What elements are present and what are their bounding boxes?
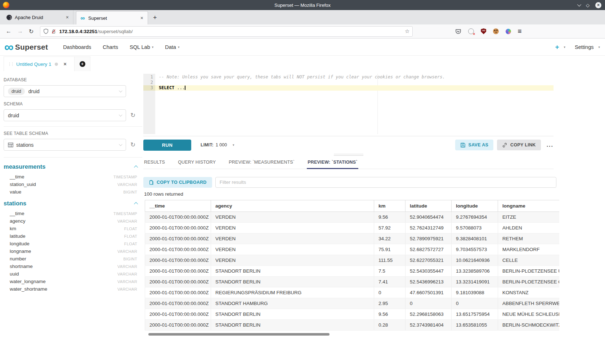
chevron-up-icon[interactable]: [134, 165, 138, 169]
sql-editor[interactable]: 1 2 3 -- Note: Unless you save your quer…: [143, 74, 554, 134]
shield-icon[interactable]: [43, 28, 49, 34]
table-cell: 9.56: [374, 309, 405, 320]
database-select[interactable]: druid druid: [4, 85, 126, 97]
column-type: VARCHAR: [117, 249, 137, 254]
table-row[interactable]: 2000-01-01T00:00:00.000ZVERDEN111.5552.6…: [145, 255, 560, 266]
sql-comment: -- Note: Unless you save your query, the…: [159, 74, 445, 79]
schema-table-name[interactable]: stations: [4, 200, 26, 207]
nav-item-charts[interactable]: Charts: [97, 44, 124, 50]
query-tab-untitled[interactable]: ⋮⋮ Untitled Query 1 ×: [4, 56, 75, 71]
table-cell: 2.95: [374, 298, 405, 309]
limit-caret-icon[interactable]: ▾: [233, 143, 234, 147]
table-select[interactable]: stations: [4, 139, 126, 151]
browser-toolbar: ← → ↻ 172.18.0.4:32251/superset/sqllab/ …: [0, 24, 605, 38]
column-header-km[interactable]: km: [374, 200, 405, 212]
bookmark-star-icon[interactable]: ☆: [405, 28, 409, 35]
chevron-up-icon[interactable]: [134, 202, 138, 206]
tab-close-icon[interactable]: ×: [65, 14, 70, 20]
table-row[interactable]: 2000-01-01T00:00:00.000ZSTANDORT BERLIN9…: [145, 309, 560, 320]
table-cell: 75.91: [374, 244, 405, 255]
limit-value[interactable]: 1 000: [216, 142, 227, 147]
table-cell: 2000-01-01T00:00:00.000Z: [145, 277, 211, 287]
extension-sparkle-icon[interactable]: [506, 29, 511, 34]
schema-table-name[interactable]: measurements: [4, 163, 45, 170]
save-as-button[interactable]: SAVE AS: [455, 140, 494, 150]
pocket-icon[interactable]: [455, 28, 461, 35]
nav-item-dashboards[interactable]: Dashboards: [57, 44, 97, 50]
forward-icon[interactable]: →: [17, 28, 23, 35]
schema-select[interactable]: druid: [4, 109, 126, 121]
filter-results-input[interactable]: [215, 177, 556, 188]
table-row[interactable]: 2000-01-01T00:00:00.000ZVERDEN34.2252.78…: [145, 233, 560, 244]
table-row[interactable]: 2000-01-01T00:00:00.000ZSTANDORT BERLIN7…: [145, 266, 560, 277]
column-row: agencyVARCHAR: [4, 217, 142, 225]
refresh-table-icon[interactable]: ↻: [130, 141, 135, 149]
run-button[interactable]: RUN: [143, 140, 191, 151]
cookie-extension-icon[interactable]: [493, 28, 499, 34]
schema-card-header[interactable]: stations: [4, 200, 142, 207]
window-minimize-icon[interactable]: [577, 3, 581, 6]
results-tab-preview-measurements[interactable]: PREVIEW: `MEASUREMENTS`: [228, 157, 295, 169]
hamburger-menu-icon[interactable]: ≡: [517, 27, 521, 35]
settings-menu[interactable]: Settings: [575, 44, 593, 50]
table-cell: STANDORT BERLIN: [211, 266, 374, 277]
tab-close-icon[interactable]: ×: [140, 15, 144, 21]
table-cell: RETHEM: [498, 233, 560, 244]
editor-code-area[interactable]: -- Note: Unless you save your query, the…: [155, 74, 554, 134]
results-tab-preview-stations[interactable]: PREVIEW: `STATIONS`: [307, 157, 358, 169]
table-cell: 13.6517575954: [452, 309, 498, 320]
table-cell: STANDORT BERLIN: [211, 309, 374, 320]
column-header-longname[interactable]: longname: [498, 200, 560, 212]
column-header-agency[interactable]: agency: [211, 200, 374, 212]
table-row[interactable]: 2000-01-01T00:00:00.000ZVERDEN75.9152.68…: [145, 244, 560, 255]
window-close-icon[interactable]: ×: [595, 2, 601, 8]
extension-globe-icon[interactable]: [468, 28, 474, 34]
browser-tab-superset[interactable]: ∞ Superset ×: [76, 11, 148, 24]
reload-icon[interactable]: ↻: [29, 28, 33, 35]
back-icon[interactable]: ←: [6, 28, 12, 35]
superset-logo[interactable]: ∞ Superset: [4, 42, 48, 53]
results-tab-query-history[interactable]: QUERY HISTORY: [177, 157, 216, 169]
app-nav: DashboardsChartsSQL Lab▾Data▾: [57, 44, 185, 50]
table-row[interactable]: 2000-01-01T00:00:00.000ZVERDEN9.5652.904…: [145, 212, 560, 223]
column-header-__time[interactable]: __time: [145, 200, 211, 212]
nav-item-sql-lab[interactable]: SQL Lab▾: [124, 44, 159, 50]
schema-card-header[interactable]: measurements: [4, 163, 142, 170]
caret-down-icon: ▾: [178, 45, 180, 49]
horizontal-scrollbar[interactable]: [148, 333, 330, 336]
table-row[interactable]: 2000-01-01T00:00:00.000ZSTANDORT BERLIN0…: [145, 320, 560, 331]
new-tab-button[interactable]: +: [153, 14, 157, 22]
refresh-schema-icon[interactable]: ↻: [130, 112, 135, 119]
table-cell: 0: [374, 287, 405, 298]
drag-handle-icon[interactable]: ⋮⋮: [8, 62, 13, 67]
table-row[interactable]: 2000-01-01T00:00:00.000ZSTANDORT BERLIN7…: [145, 277, 560, 287]
editor-toolbar: RUN LIMIT: 1 000 ▾ SAVE AS COPY LINK: [143, 139, 554, 151]
pane-splitter[interactable]: [143, 154, 554, 156]
query-tab-close-icon[interactable]: ×: [64, 61, 67, 67]
column-name: water_shortname: [10, 286, 47, 292]
table-cell: VERDEN: [211, 223, 374, 233]
copy-to-clipboard-button[interactable]: COPY TO CLIPBOARD: [143, 177, 212, 188]
add-new-caret-icon[interactable]: ▾: [564, 45, 566, 49]
table-row[interactable]: 2000-01-01T00:00:00.000ZVERDEN57.9252.76…: [145, 223, 560, 233]
browser-tab-apache-druid[interactable]: Apache Druid ×: [3, 10, 73, 24]
window-maximize-icon[interactable]: ◇: [586, 3, 590, 8]
results-tab-results[interactable]: RESULTS: [143, 157, 166, 169]
more-actions-button[interactable]: ...: [547, 143, 554, 147]
url-bar[interactable]: 172.18.0.4:32251/superset/sqllab/ ☆: [40, 26, 413, 37]
column-header-latitude[interactable]: latitude: [405, 200, 452, 212]
nav-item-data[interactable]: Data▾: [159, 44, 185, 50]
splitter-handle-icon[interactable]: [334, 154, 363, 156]
ublock-origin-icon[interactable]: [481, 28, 486, 34]
results-table-container[interactable]: __timeagencykmlatitudelongitudelongname …: [145, 200, 559, 331]
link-icon: [502, 142, 507, 148]
insecure-lock-icon[interactable]: [51, 29, 56, 34]
copy-link-button[interactable]: COPY LINK: [497, 140, 541, 150]
nav-item-label: SQL Lab: [130, 44, 150, 50]
table-cell: 9.7034557573: [452, 244, 498, 255]
add-query-tab-button[interactable]: +: [75, 56, 90, 71]
table-row[interactable]: 2000-01-01T00:00:00.000ZSTANDORT HAMBURG…: [145, 298, 560, 309]
table-row[interactable]: 2000-01-01T00:00:00.000ZREGIERUNGSPRÄSID…: [145, 287, 560, 298]
column-header-longitude[interactable]: longitude: [452, 200, 498, 212]
add-new-button[interactable]: +: [555, 43, 559, 51]
